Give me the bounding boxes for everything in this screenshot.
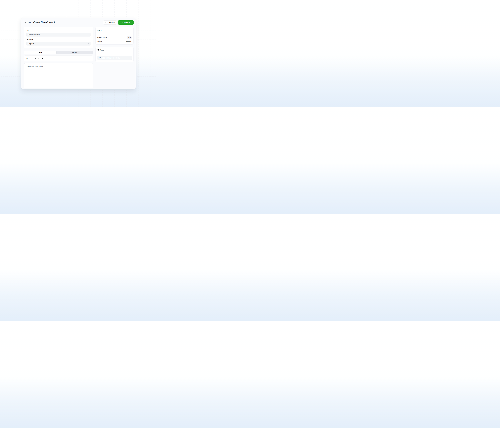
author-value: Alesia K. bbox=[126, 41, 132, 42]
save-draft-button[interactable]: Save Draft bbox=[103, 20, 117, 25]
author-row: Author Alesia K. bbox=[97, 40, 132, 43]
tags-panel: Tags bbox=[96, 47, 133, 62]
tags-heading: Tags bbox=[100, 49, 104, 51]
template-label: Template bbox=[27, 39, 33, 40]
back-label: Back bbox=[28, 21, 31, 23]
content-editor-card bbox=[24, 63, 93, 88]
editor-mode-tabs: Edit Preview bbox=[24, 51, 93, 54]
status-badge: draft bbox=[127, 36, 132, 39]
tag-icon bbox=[97, 49, 99, 51]
tags-input[interactable] bbox=[97, 56, 132, 60]
publish-button[interactable]: Publish bbox=[118, 20, 134, 25]
content-textarea[interactable] bbox=[24, 63, 93, 88]
bullet-list-icon bbox=[35, 58, 36, 59]
bullet-list-button[interactable] bbox=[34, 57, 37, 60]
back-button[interactable]: Back bbox=[25, 21, 31, 23]
status-heading: Status bbox=[97, 29, 102, 31]
arrow-left-icon bbox=[25, 21, 27, 23]
author-label: Author bbox=[97, 41, 102, 42]
save-draft-label: Save Draft bbox=[108, 22, 115, 23]
current-status-label: Current Status bbox=[97, 37, 107, 38]
template-select[interactable]: Blog Post bbox=[26, 42, 91, 46]
italic-button[interactable]: I bbox=[29, 57, 32, 60]
tags-heading-row: Tags bbox=[97, 49, 104, 51]
page-title: Create New Content bbox=[33, 21, 55, 24]
link-icon bbox=[38, 58, 40, 59]
bold-icon: B bbox=[26, 58, 28, 59]
tab-edit[interactable]: Edit bbox=[24, 51, 56, 54]
bold-button[interactable]: B bbox=[26, 57, 29, 60]
chevron-down-icon bbox=[87, 43, 89, 44]
file-text-icon bbox=[105, 22, 107, 23]
toolbar-divider bbox=[33, 57, 33, 60]
italic-icon: I bbox=[30, 57, 31, 59]
tab-preview[interactable]: Preview bbox=[56, 51, 93, 54]
image-icon bbox=[41, 58, 43, 59]
current-status-row: Current Status draft bbox=[97, 36, 132, 39]
publish-label: Publish bbox=[124, 22, 130, 23]
clock-icon bbox=[122, 22, 124, 23]
create-content-window: Back Create New Content Save Draft Publi… bbox=[21, 18, 136, 89]
formatting-toolbar: B I bbox=[24, 55, 93, 61]
image-button[interactable] bbox=[40, 57, 43, 60]
title-template-card: Title Template Blog Post bbox=[24, 27, 93, 48]
link-button[interactable] bbox=[37, 57, 40, 60]
template-select-value: Blog Post bbox=[28, 43, 34, 45]
title-input[interactable] bbox=[26, 33, 91, 36]
title-label: Title bbox=[27, 30, 29, 32]
status-panel: Status Current Status draft Author Alesi… bbox=[96, 27, 133, 45]
